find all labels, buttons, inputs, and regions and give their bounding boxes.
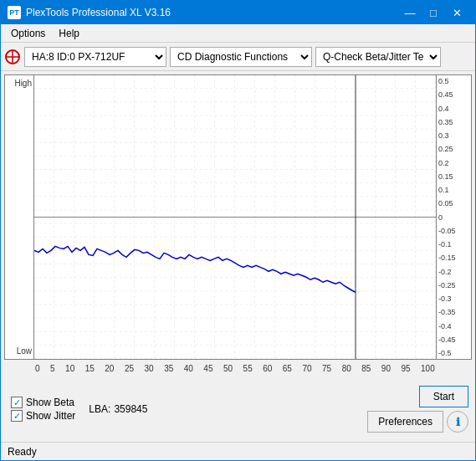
y-right-0.15: 0.15 xyxy=(438,172,453,181)
lba-value: 359845 xyxy=(114,403,147,415)
chart-inner xyxy=(34,75,436,359)
x-100: 100 xyxy=(421,364,435,373)
y-right-neg0.25: -0.25 xyxy=(438,281,456,289)
x-85: 85 xyxy=(361,364,371,373)
main-content: High Low xyxy=(1,71,475,442)
x-0: 0 xyxy=(35,364,40,373)
status-bar: Ready xyxy=(1,442,475,460)
chart-svg xyxy=(34,75,436,359)
y-right-0.45: 0.45 xyxy=(438,90,453,99)
device-icon xyxy=(4,49,21,65)
y-right-0.5: 0.5 xyxy=(438,77,449,85)
y-right-neg0.3: -0.3 xyxy=(438,295,452,303)
y-right-neg0.5: -0.5 xyxy=(438,349,452,357)
x-15: 15 xyxy=(85,364,95,373)
bottom-panel: ✓ Show Beta ✓ Show Jitter LBA: 359845 St… xyxy=(4,380,472,438)
y-right-0.1: 0.1 xyxy=(438,186,449,194)
x-70: 70 xyxy=(302,364,311,373)
x-65: 65 xyxy=(283,364,292,373)
x-75: 75 xyxy=(322,364,331,373)
x-60: 60 xyxy=(263,364,272,373)
close-button[interactable]: ✕ xyxy=(445,1,468,24)
x-20: 20 xyxy=(105,364,114,373)
window-title: PlexTools Professional XL V3.16 xyxy=(26,7,398,18)
x-50: 50 xyxy=(223,364,233,373)
y-right-0.4: 0.4 xyxy=(438,105,449,113)
x-95: 95 xyxy=(401,364,410,373)
function-select[interactable]: CD Diagnostic Functions xyxy=(170,47,312,67)
y-right-0.05: 0.05 xyxy=(438,199,453,207)
y-right-neg0.15: -0.15 xyxy=(438,254,456,262)
y-high-label: High xyxy=(7,79,32,88)
y-right-neg0.45: -0.45 xyxy=(438,336,456,344)
device-select[interactable]: HA:8 ID:0 PX-712UF xyxy=(24,47,166,67)
x-80: 80 xyxy=(342,364,351,373)
show-beta-checkbox[interactable]: ✓ xyxy=(11,397,23,408)
show-jitter-checkbox[interactable]: ✓ xyxy=(11,410,23,422)
x-axis: 0 5 10 15 20 25 30 35 40 45 50 55 60 65 … xyxy=(4,360,472,376)
window-controls: — □ ✕ xyxy=(398,1,468,24)
show-jitter-label: Show Jitter xyxy=(26,410,75,422)
y-right-neg0.4: -0.4 xyxy=(438,322,452,330)
y-right-neg0.2: -0.2 xyxy=(438,268,452,276)
lba-label: LBA: xyxy=(89,403,110,415)
y-right-0.3: 0.3 xyxy=(438,131,449,140)
main-window: PT PlexTools Professional XL V3.16 — □ ✕… xyxy=(0,0,476,461)
checkboxes: ✓ Show Beta ✓ Show Jitter xyxy=(11,397,75,422)
x-55: 55 xyxy=(243,364,253,373)
y-right-0.2: 0.2 xyxy=(438,159,449,167)
show-jitter-row: ✓ Show Jitter xyxy=(11,410,75,422)
preferences-button[interactable]: Preferences xyxy=(367,411,443,433)
y-axis-right: 0.5 0.45 0.4 0.35 0.3 0.25 0.2 0.15 0.1 … xyxy=(436,75,471,359)
status-text: Ready xyxy=(8,446,37,458)
y-low-label: Low xyxy=(7,346,32,356)
test-select[interactable]: Q-Check Beta/Jitter Test xyxy=(315,47,441,67)
y-right-0.35: 0.35 xyxy=(438,118,453,126)
y-right-neg0.05: -0.05 xyxy=(438,227,456,235)
menu-help[interactable]: Help xyxy=(52,26,86,41)
y-right-0: 0 xyxy=(438,213,443,222)
x-5: 5 xyxy=(50,364,55,373)
x-10: 10 xyxy=(65,364,74,373)
start-button[interactable]: Start xyxy=(419,386,468,407)
app-icon: PT xyxy=(8,6,21,19)
x-30: 30 xyxy=(145,364,154,373)
x-35: 35 xyxy=(164,364,173,373)
info-button[interactable]: ℹ xyxy=(447,411,468,433)
title-bar: PT PlexTools Professional XL V3.16 — □ ✕ xyxy=(1,1,475,24)
minimize-button[interactable]: — xyxy=(398,1,422,24)
lba-section: LBA: 359845 xyxy=(89,403,147,415)
x-90: 90 xyxy=(381,364,391,373)
x-40: 40 xyxy=(184,364,193,373)
y-axis-left: High Low xyxy=(5,75,34,359)
menu-bar: Options Help xyxy=(1,24,475,43)
x-25: 25 xyxy=(125,364,134,373)
x-45: 45 xyxy=(203,364,212,373)
show-beta-row: ✓ Show Beta xyxy=(11,397,75,408)
menu-options[interactable]: Options xyxy=(4,26,52,41)
toolbar: HA:8 ID:0 PX-712UF CD Diagnostic Functio… xyxy=(1,43,475,71)
show-beta-label: Show Beta xyxy=(26,397,74,408)
y-right-0.25: 0.25 xyxy=(438,145,453,153)
maximize-button[interactable]: □ xyxy=(422,1,445,24)
chart-area: High Low xyxy=(4,74,472,360)
y-right-neg0.1: -0.1 xyxy=(438,240,452,248)
y-right-neg0.35: -0.35 xyxy=(438,308,456,316)
x-axis-labels: 0 5 10 15 20 25 30 35 40 45 50 55 60 65 … xyxy=(33,360,437,376)
